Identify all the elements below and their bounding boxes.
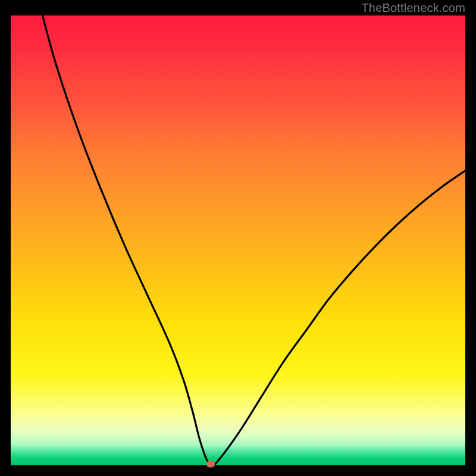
chart-frame: TheBottleneck.com [0, 0, 476, 476]
optimal-point-marker [206, 461, 215, 467]
plot-area [11, 15, 465, 465]
watermark-text: TheBottleneck.com [361, 1, 465, 15]
bottleneck-curve [11, 15, 465, 465]
